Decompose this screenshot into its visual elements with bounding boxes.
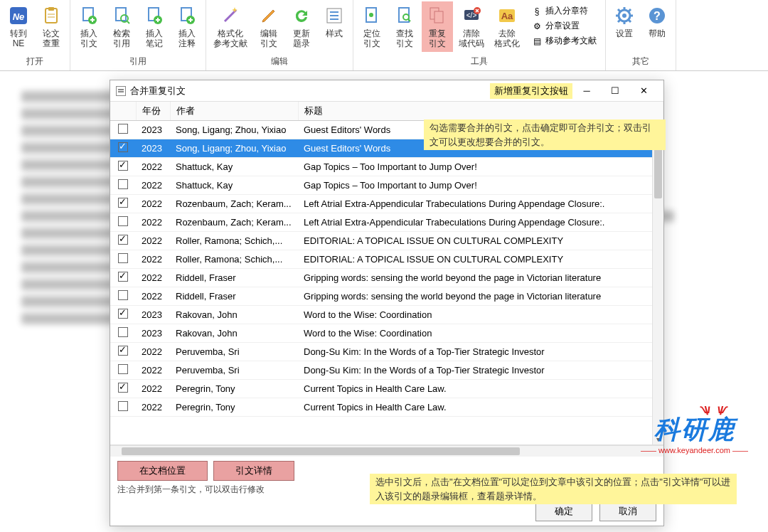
vertical-scrollbar[interactable]: ▴ ▾: [652, 122, 663, 445]
cell-year: 2022: [136, 232, 170, 250]
cell-author: Peruvemba, Sri: [170, 361, 298, 380]
ok-button[interactable]: 确定: [535, 501, 592, 521]
doc-position-button[interactable]: 在文档位置: [117, 461, 208, 481]
table-row[interactable]: 2022Roller, Ramona; Schich,...EDITORIAL:…: [110, 232, 663, 250]
table-row[interactable]: 2022Rozenbaum, Zach; Keram...Left Atrial…: [110, 213, 663, 232]
table-row[interactable]: 2022Riddell, FraserGripping words: sensi…: [110, 287, 663, 306]
table-row[interactable]: 2022Peruvemba, SriDong-Su Kim: In the Wo…: [110, 361, 663, 380]
cell-year: 2022: [136, 158, 170, 176]
ribbon-group-工具: 定位 引文查找 引文重复 引文</>清除 域代码Aa去除 格式化§插入分章符⚙分…: [353, 0, 606, 70]
citation-detail-button[interactable]: 引文详情: [213, 461, 294, 481]
col-title[interactable]: 标题: [298, 102, 663, 121]
horizontal-scrollbar[interactable]: [110, 445, 663, 457]
checkbox[interactable]: [118, 327, 128, 337]
checkbox[interactable]: [118, 216, 128, 226]
section-settings-button[interactable]: ⚙分章设置: [528, 19, 599, 33]
search-cite-button[interactable]: 检索 引用: [106, 1, 137, 52]
table-row[interactable]: 2022Peregrin, TonyCurrent Topics in Heal…: [110, 398, 663, 417]
col-check[interactable]: [110, 102, 136, 121]
citations-table-wrap: 年份 作者 标题 2023Song, Ligang; Zhou, YixiaoG…: [110, 102, 663, 445]
checkbox[interactable]: [118, 124, 128, 134]
edit-cite-button[interactable]: 编辑 引文: [253, 1, 284, 52]
watermark-main: ѰѰ 科研鹿: [641, 413, 748, 447]
cell-title: Dong-Su Kim: In the Words of a Top-Tier …: [298, 343, 663, 361]
close-button[interactable]: ✕: [629, 82, 658, 100]
table-row[interactable]: 2022Riddell, FraserGripping words: sensi…: [110, 269, 663, 287]
checkbox[interactable]: [118, 272, 128, 282]
group-label: 编辑: [271, 54, 288, 69]
mini-label: 移动参考文献: [545, 35, 597, 47]
checkbox[interactable]: [118, 309, 128, 319]
doc-dup-icon: [426, 4, 449, 27]
scroll-thumb-x[interactable]: [122, 447, 520, 455]
find-cite-button[interactable]: 查找 引文: [389, 1, 420, 52]
insert-annot-button[interactable]: 插入 注释: [171, 1, 203, 52]
doc-add-icon: [143, 4, 166, 27]
cell-year: 2022: [136, 195, 170, 213]
table-row[interactable]: 2022Roller, Ramona; Schich,...EDITORIAL:…: [110, 250, 663, 269]
move-refs-button[interactable]: ▤移动参考文献: [528, 34, 599, 48]
cell-author: Riddell, Fraser: [170, 269, 298, 287]
checkbox[interactable]: [118, 198, 128, 208]
style-button[interactable]: 样式: [319, 1, 350, 41]
remove-fmt-button[interactable]: Aa去除 格式化: [490, 1, 524, 52]
cell-year: 2022: [136, 213, 170, 232]
cell-author: Rakovan, John: [170, 324, 298, 343]
update-toc-button[interactable]: 更新 题录: [286, 1, 317, 52]
maximize-button[interactable]: ☐: [601, 82, 629, 100]
settings-button[interactable]: 设置: [609, 1, 640, 41]
checkbox[interactable]: [118, 401, 128, 411]
group-label: 其它: [632, 54, 649, 69]
table-row[interactable]: 2022Shattuck, KayGap Topics – Too Import…: [110, 176, 663, 195]
checkbox[interactable]: [118, 383, 128, 393]
cell-year: 2022: [136, 250, 170, 269]
checkbox[interactable]: [118, 161, 128, 171]
table-row[interactable]: 2022Peruvemba, SriDong-Su Kim: In the Wo…: [110, 343, 663, 361]
cell-author: Shattuck, Kay: [170, 176, 298, 195]
ribbon-label: 去除 格式化: [494, 28, 520, 49]
to-ne-button[interactable]: Ne转到 NE: [3, 1, 34, 52]
cell-title: Word to the Wise: Coordination: [298, 324, 663, 343]
cell-author: Rozenbaum, Zach; Keram...: [170, 213, 298, 232]
dup-cite-button[interactable]: 重复 引文: [422, 1, 453, 52]
cell-year: 2022: [136, 380, 170, 398]
ribbon-label: 插入 笔记: [146, 28, 163, 49]
format-refs-button[interactable]: 格式化 参考文献: [209, 1, 252, 52]
col-author[interactable]: 作者: [170, 102, 298, 121]
ribbon-label: 清除 域代码: [459, 28, 484, 49]
cell-year: 2023: [136, 139, 170, 158]
checkbox[interactable]: [118, 290, 128, 300]
cell-title: Current Topics in Health Care Law.: [298, 398, 663, 417]
hint-new-button: 新增重复引文按钮: [490, 83, 572, 99]
table-row[interactable]: 2023Rakovan, JohnWord to the Wise: Coord…: [110, 324, 663, 343]
help-icon: ?: [646, 4, 668, 27]
table-row[interactable]: 2022Peregrin, TonyCurrent Topics in Heal…: [110, 380, 663, 398]
cell-title: Word to the Wise: Coordination: [298, 306, 663, 324]
minimize-button[interactable]: ─: [572, 82, 601, 100]
check-dup-button[interactable]: 论文 查重: [36, 1, 67, 52]
insert-section-button[interactable]: §插入分章符: [528, 4, 599, 18]
insert-note-button[interactable]: 插入 笔记: [139, 1, 170, 52]
checkbox[interactable]: [118, 142, 128, 152]
dialog-title-text: 合并重复引文: [130, 85, 186, 97]
col-year[interactable]: 年份: [136, 102, 170, 121]
checkbox[interactable]: [118, 253, 128, 263]
cell-title: Current Topics in Health Care Law.: [298, 380, 663, 398]
cell-author: Peruvemba, Sri: [170, 343, 298, 361]
insert-cite-button[interactable]: 插入 引文: [73, 1, 105, 52]
list-icon: [323, 4, 346, 27]
table-row[interactable]: 2023Rakovan, JohnWord to the Wise: Coord…: [110, 306, 663, 324]
doc-find-icon: [393, 4, 416, 27]
clear-code-button[interactable]: </>清除 域代码: [454, 1, 489, 52]
checkbox[interactable]: [118, 235, 128, 245]
checkbox[interactable]: [118, 179, 128, 189]
locate-cite-button[interactable]: 定位 引文: [356, 1, 388, 52]
table-row[interactable]: 2022Rozenbaum, Zach; Keram...Left Atrial…: [110, 195, 663, 213]
checkbox[interactable]: [118, 346, 128, 356]
cancel-button[interactable]: 取消: [599, 501, 656, 521]
ribbon-label: 定位 引文: [363, 28, 380, 49]
checkbox[interactable]: [118, 364, 128, 374]
help-button[interactable]: ?帮助: [641, 1, 673, 41]
cell-year: 2023: [136, 121, 170, 139]
table-row[interactable]: 2022Shattuck, KayGap Topics – Too Import…: [110, 158, 663, 176]
